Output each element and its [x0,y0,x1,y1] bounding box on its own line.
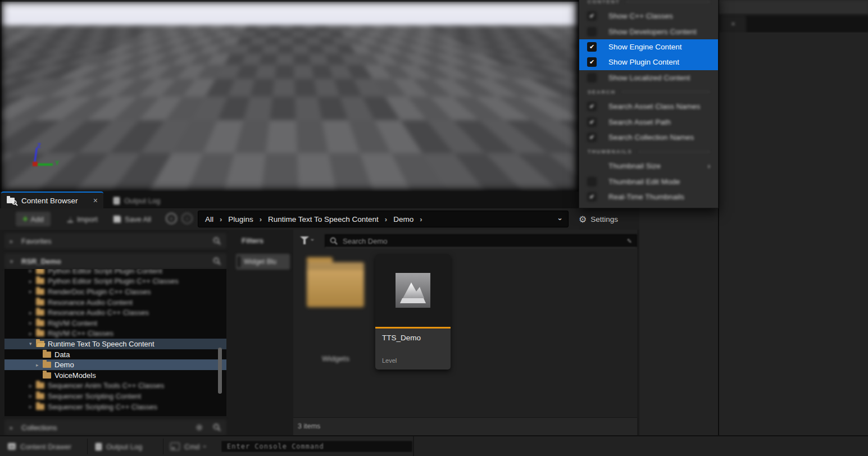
collapse-arrow-icon[interactable]: ▾ [29,341,36,346]
import-button[interactable]: ↓ Import [67,212,98,226]
expand-arrow-icon[interactable]: ▸ [29,320,36,326]
tree-item[interactable]: ▸ Python Editor Script Plugin Content [4,269,226,276]
expand-arrow-icon[interactable]: ▸ [29,279,36,284]
checkbox[interactable]: ✔ [587,133,597,142]
filter-chip-widget-blueprint[interactable]: Widget Blu [236,254,290,270]
folder-icon [43,362,51,368]
tree-item[interactable]: ▸ Sequencer Scripting Content [4,391,226,402]
checkbox[interactable] [587,177,597,186]
menu-item-show-plugin-content[interactable]: ✔ Show Plugin Content [579,54,718,70]
forward-button[interactable]: › [181,213,193,224]
tree-item[interactable]: ▸ Resonance Audio C++ Classes [4,307,226,318]
expand-arrow-icon[interactable]: ▸ [10,425,17,431]
expand-arrow-icon[interactable]: ▸ [29,383,36,389]
breadcrumb-item-runtime-tts[interactable]: Runtime Text To Speech Content [268,215,379,224]
menu-item-search-asset-path[interactable]: ✔ Search Asset Path [579,114,718,129]
tree-scrollbar[interactable] [218,348,222,394]
search-icon[interactable] [213,423,221,431]
asset-type-label: Level [382,357,397,364]
right-panel-tab[interactable]: × [720,16,746,33]
check-icon: ✔ [589,59,594,65]
asset-card-tts-demo[interactable]: TTS_Demo Level [375,254,451,370]
cmd-dropdown[interactable]: Cmd › [170,441,206,452]
asset-search[interactable]: ✎ [325,234,637,248]
collapse-arrow-icon[interactable]: ▾ [10,258,17,265]
expand-arrow-icon[interactable]: ▸ [29,269,36,273]
tree-item[interactable]: ▸ Python Editor Script Plugin C++ Classe… [4,276,226,287]
expand-arrow-icon[interactable]: ▸ [29,404,36,409]
content-drawer-button[interactable]: Content Drawer [8,441,71,452]
right-panel-titlebar [719,0,868,16]
menu-item-thumbnail-edit-mode[interactable]: Thumbnail Edit Mode [579,174,718,189]
menu-item-show-engine-content[interactable]: ✔ Show Engine Content [579,39,718,54]
expand-arrow-icon[interactable]: ▸ [29,310,36,316]
tab-content-browser[interactable]: Content Browser × [1,191,103,208]
level-mountain-icon [396,273,430,308]
folder-icon [36,289,44,295]
asset-view-footer: 3 items [293,417,637,436]
close-icon[interactable]: × [731,20,735,28]
checkbox[interactable]: ✔ [587,102,597,111]
save-all-button[interactable]: Save All [113,212,151,226]
menu-item-thumbnail-size[interactable]: Thumbnail Size › [579,158,718,174]
breadcrumb[interactable]: All › Plugins › Runtime Text To Speech C… [198,211,569,227]
tree-item[interactable]: Resonance Audio Content [4,297,226,308]
breadcrumb-item-demo[interactable]: Demo [393,215,413,224]
checkbox[interactable]: ✔ [587,11,597,21]
expand-arrow-icon[interactable]: ▸ [29,393,36,399]
chevron-down-icon[interactable]: › [310,239,316,241]
tree-item-data[interactable]: Data [4,349,226,360]
x-axis-origin [33,162,38,166]
tab-output-log[interactable]: Output Log [109,193,185,208]
menu-item-show-localized-content[interactable]: Show Localized Content [579,70,718,85]
level-viewport[interactable]: Z Y [0,0,579,191]
breadcrumb-item-plugins[interactable]: Plugins [228,215,253,224]
expand-arrow-icon[interactable]: ▸ [29,331,36,336]
favorites-header[interactable]: ▸ Favorites [4,233,226,249]
output-log-button[interactable]: Output Log [96,441,142,452]
checkbox[interactable]: ✔ [587,42,597,52]
tree-item-runtime-tts-content[interactable]: ▾ Runtime Text To Speech Content [4,339,226,349]
checkbox[interactable] [587,27,597,37]
tree-item[interactable]: ▸ Sequencer Scripting C++ Classes [4,402,226,412]
drawer-icon [8,443,16,450]
expand-arrow-icon[interactable]: ▸ [10,238,17,244]
search-icon[interactable] [213,237,221,245]
project-root-header[interactable]: ▾ RSR_Demo [4,253,226,269]
tree-item[interactable]: ▸ RigVM C++ Classes [4,329,226,339]
asset-search-input[interactable] [342,236,623,246]
checkbox[interactable]: ✔ [587,57,597,67]
filter-funnel-icon[interactable] [300,236,309,244]
checkbox[interactable]: ✔ [587,117,597,127]
tab-label: Output Log [124,197,160,205]
widgets-folder-tile[interactable] [307,262,364,307]
menu-item-search-asset-class-names[interactable]: ✔ Search Asset Class Names [579,99,718,114]
menu-section-thumbnails: THUMBNAILS [579,145,718,158]
checkbox[interactable] [587,73,597,83]
close-icon[interactable]: × [93,196,98,205]
menu-item-show-cpp-classes[interactable]: ✔ Show C++ Classes [579,8,718,24]
tree-item[interactable]: ▸ Sequencer Anim Tools C++ Classes [4,381,226,391]
menu-item-show-developers-content[interactable]: Show Developers Content [579,24,718,39]
menu-section-content: CONTENT [579,0,718,8]
chevron-down-icon[interactable]: › [556,218,564,220]
expand-arrow-icon[interactable]: ▸ [29,289,36,294]
expand-arrow-icon[interactable]: ▸ [36,362,43,368]
tree-item-demo[interactable]: ▸ Demo [4,359,226,370]
collections-header[interactable]: ▸ Collections ⊕ [4,419,226,435]
console-command-input[interactable] [226,442,408,451]
checkbox[interactable]: ✔ [587,192,597,202]
search-icon[interactable] [213,257,221,265]
menu-item-real-time-thumbnails[interactable]: ✔ Real-Time Thumbnails [579,189,718,204]
console-command-bar[interactable] [221,440,413,453]
tree-item[interactable]: ▸ RigVM Content [4,318,226,329]
settings-button[interactable]: ⚙ Settings [579,211,618,227]
back-button[interactable]: ‹ [166,213,177,224]
check-icon: ✔ [589,119,594,125]
add-collection-icon[interactable]: ⊕ [196,422,203,432]
menu-item-search-collection-names[interactable]: ✔ Search Collection Names [579,130,718,145]
tree-item[interactable]: ▸ RenderDoc Plugin C++ Classes [4,286,226,297]
add-button[interactable]: + Add [16,212,51,226]
tree-item-voicemodels[interactable]: VoiceModels [4,370,226,381]
breadcrumb-item-all[interactable]: All [205,215,213,224]
